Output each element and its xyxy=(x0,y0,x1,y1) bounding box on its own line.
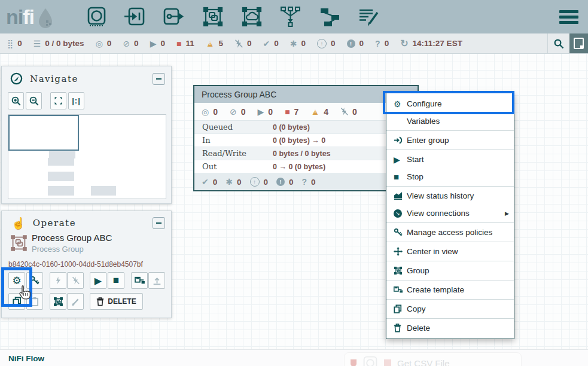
asterisk-icon: ✱ xyxy=(226,178,233,186)
table-row: Read/Write 0 bytes / 0 bytes xyxy=(194,147,418,160)
group-icon xyxy=(53,297,63,307)
logo-text-ni: ni xyxy=(6,5,23,29)
start-button[interactable]: ▶ xyxy=(90,272,106,289)
collapse-navigate-button[interactable] xyxy=(153,73,165,85)
stop-button[interactable]: ■ xyxy=(108,272,124,289)
navigate-buttons: |:| xyxy=(8,92,171,109)
collapse-operate-button[interactable] xyxy=(153,217,165,229)
pg-locally-modified-count: 0 xyxy=(237,178,242,187)
funnel-icon[interactable] xyxy=(278,4,303,29)
minimap-viewport[interactable] xyxy=(8,115,79,151)
menu-item-label: Enter group xyxy=(407,136,449,145)
stat-refresh: ↻ 14:11:27 EST xyxy=(400,39,462,48)
logo-text-fi: fi xyxy=(23,5,34,29)
arrow-up-circle-icon: ↑ xyxy=(250,177,260,187)
group-button[interactable] xyxy=(50,293,66,310)
stop-icon: ■ xyxy=(176,39,181,48)
disable-button[interactable] xyxy=(67,272,84,289)
processor-icon[interactable] xyxy=(84,4,109,29)
key-icon xyxy=(394,228,407,237)
row-value: 0 (0 bytes) → 0 xyxy=(273,136,325,145)
transmitting-count: 0 xyxy=(107,39,112,48)
birdseye-minimap[interactable] xyxy=(8,114,166,199)
menu-item-stop[interactable]: ■ Stop xyxy=(386,168,514,185)
remote-process-group-icon[interactable] xyxy=(239,4,264,29)
row-label: Read/Write xyxy=(194,149,273,158)
zoom-in-button[interactable] xyxy=(8,92,24,109)
menu-item-group[interactable]: Group xyxy=(386,262,514,279)
menu-item-copy[interactable]: Copy xyxy=(386,300,514,318)
status-bar-right xyxy=(547,33,588,53)
upload-template-button[interactable] xyxy=(148,272,165,289)
list-icon: ☰ xyxy=(33,39,41,48)
compass-icon xyxy=(10,72,23,85)
menu-item-variables[interactable]: Variables xyxy=(386,112,514,130)
pg-disabled-count: 0 xyxy=(352,107,357,117)
stop-icon: ■ xyxy=(113,274,119,286)
stale-count: 0 xyxy=(331,39,336,48)
output-port-icon[interactable] xyxy=(162,4,187,29)
locally-modified-stale-count: 0 xyxy=(359,39,364,48)
table-row: Out 0 → 0 (0 bytes) xyxy=(194,160,418,173)
menu-item-center-in-view[interactable]: Center in view xyxy=(386,243,514,260)
label-icon[interactable] xyxy=(356,4,381,29)
pg-stopped-count: 7 xyxy=(294,107,299,117)
row-label: Queued xyxy=(194,123,273,132)
play-icon: ▶ xyxy=(95,275,102,286)
sync-failure-count: 0 xyxy=(385,39,389,48)
stopped-count: 11 xyxy=(185,39,194,48)
nifi-logo: ni fi xyxy=(6,5,77,29)
stat-up-to-date: ✔ 0 xyxy=(263,39,279,48)
bulletin-board-button[interactable] xyxy=(569,33,588,53)
stat-queued: ☰ 0 / 0 bytes xyxy=(33,39,84,48)
menu-item-enter-group[interactable]: Enter group xyxy=(386,132,514,149)
color-button[interactable] xyxy=(67,293,84,310)
queued-count: 0 / 0 bytes xyxy=(45,39,84,48)
zoom-fit-button[interactable] xyxy=(50,92,66,109)
menu-item-delete[interactable]: Delete xyxy=(386,319,514,337)
disabled-count: 0 xyxy=(247,39,252,48)
template-icon[interactable] xyxy=(317,4,342,29)
nifi-drop-icon xyxy=(36,7,54,29)
menu-item-start[interactable]: ▶ Start xyxy=(386,151,514,168)
global-menu-icon[interactable] xyxy=(559,10,578,24)
menu-item-view-status-history[interactable]: View status history xyxy=(386,187,514,205)
process-group-version-stats: ✔ 0 ✱ 0 ↑ 0 ! 0 ? 0 xyxy=(194,173,418,190)
zoom-out-button[interactable] xyxy=(26,92,42,109)
shield-icon xyxy=(351,359,357,366)
delete-button[interactable]: DELETE xyxy=(90,293,143,310)
input-port-icon[interactable] xyxy=(123,4,148,29)
exclamation-circle-icon: ! xyxy=(276,178,285,186)
save-template-icon xyxy=(135,276,145,285)
stat-sync-failure: ? 0 xyxy=(375,39,389,48)
menu-item-create-template[interactable]: Create template xyxy=(386,281,514,298)
running-count: 0 xyxy=(160,39,165,48)
menu-item-view-connections[interactable]: ↘ View connections ▶ xyxy=(386,205,514,222)
save-template-button[interactable] xyxy=(131,272,148,289)
delete-button-label: DELETE xyxy=(108,297,136,306)
process-group-icon[interactable] xyxy=(200,4,226,29)
connections-icon: ↘ xyxy=(394,209,407,218)
upload-icon xyxy=(153,276,162,285)
stop-icon: ■ xyxy=(285,108,290,116)
refresh-icon[interactable]: ↻ xyxy=(400,39,408,48)
menu-item-label: View status history xyxy=(407,191,474,200)
menu-item-label: Copy xyxy=(407,304,426,313)
pg-invalid-count: 4 xyxy=(324,107,328,117)
warning-icon: ▲! xyxy=(206,39,215,48)
stat-locally-modified: ✱ 0 xyxy=(290,39,306,48)
trash-icon xyxy=(96,297,104,306)
enable-button[interactable] xyxy=(50,272,66,289)
arrow-up-circle-icon: ↑ xyxy=(317,39,327,48)
search-button[interactable] xyxy=(547,33,569,53)
zoom-actual-size-button[interactable]: |:| xyxy=(68,92,84,109)
not-transmitting-icon: ⊘ xyxy=(123,39,130,48)
check-icon: ✔ xyxy=(202,178,209,186)
breadcrumb-root[interactable]: NiFi Flow xyxy=(8,354,44,363)
menu-item-manage-access-policies[interactable]: Manage access policies xyxy=(386,224,514,241)
row-value: 0 → 0 (0 bytes) xyxy=(273,163,325,171)
trash-icon xyxy=(394,324,407,333)
one-to-one-icon: |:| xyxy=(72,96,81,105)
bolt-icon xyxy=(54,276,62,285)
grid-icon: ⣿ xyxy=(7,39,13,48)
